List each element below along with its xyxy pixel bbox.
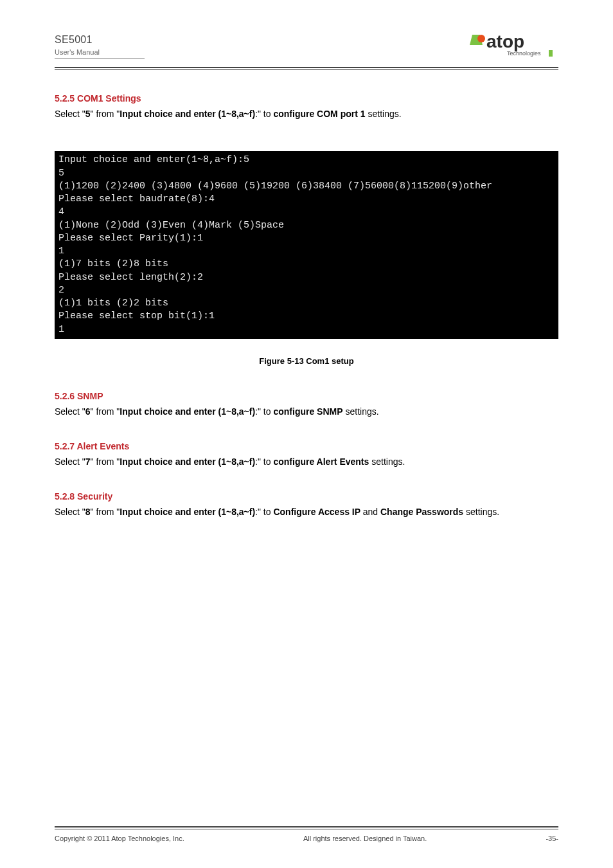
footer-rule <box>55 826 558 829</box>
text-fragment: " from " <box>91 109 120 119</box>
text-fragment: :" to <box>255 507 273 517</box>
text-fragment: Select " <box>55 457 85 467</box>
header-underline <box>55 59 145 59</box>
prompt-text: Input choice and enter (1~8,a~f) <box>120 109 255 119</box>
atop-logo-icon: atop Technologies <box>468 32 558 59</box>
terminal-output: Input choice and enter(1~8,a~f):5 5 (1)1… <box>55 151 558 339</box>
text-fragment: settings. <box>369 457 405 467</box>
option-number: 7 <box>85 457 91 467</box>
text-fragment: " from " <box>91 457 120 467</box>
text-fragment: " from " <box>91 406 120 417</box>
action-text: configure Alert Events <box>273 457 369 467</box>
prompt-text: Input choice and enter (1~8,a~f) <box>120 507 255 517</box>
text-fragment: Select " <box>55 109 85 119</box>
brand-logo: atop Technologies <box>468 32 558 59</box>
page-container: SE5001 User's Manual atop Technologies 5… <box>0 0 613 868</box>
manual-label: User's Manual <box>55 48 145 56</box>
header-left-block: SE5001 User's Manual <box>55 34 145 59</box>
section-com1: 5.2.5 COM1 Settings Select "5" from "Inp… <box>55 89 558 120</box>
prompt-text: Input choice and enter (1~8,a~f) <box>120 457 255 467</box>
action-text: Change Passwords <box>380 507 463 517</box>
text-fragment: and <box>363 507 380 517</box>
term-line: 2 <box>58 285 64 296</box>
svg-point-0 <box>477 35 485 42</box>
term-line: 1 <box>58 324 64 335</box>
option-number: 6 <box>85 406 91 417</box>
term-line: 5 <box>58 168 64 179</box>
section-heading: 5.2.5 COM1 Settings <box>55 93 558 104</box>
action-text: configure SNMP <box>273 406 342 417</box>
option-number: 5 <box>85 109 91 119</box>
section-heading: 5.2.6 SNMP <box>55 391 558 401</box>
text-fragment: :" to <box>255 406 273 417</box>
text-fragment: :" to <box>255 457 273 467</box>
body-text: Select "5" from "Input choice and enter … <box>55 107 558 120</box>
page-number: -35- <box>546 835 558 842</box>
footer-row: Copyright © 2011 Atop Technologies, Inc.… <box>55 835 558 842</box>
term-line: 4 <box>58 206 64 217</box>
term-line: (1)1 bits (2)2 bits <box>58 298 168 309</box>
text-fragment: Select " <box>55 406 85 417</box>
page-header: SE5001 User's Manual atop Technologies <box>55 32 558 59</box>
term-line: Input choice and enter(1~8,a~f):5 <box>58 154 249 165</box>
term-line: Please select length(2):2 <box>58 272 203 283</box>
section-heading: 5.2.7 Alert Events <box>55 441 558 451</box>
text-fragment: :" to <box>255 109 273 119</box>
copyright-text: Copyright © 2011 Atop Technologies, Inc. <box>55 835 184 842</box>
term-line: (1)None (2)Odd (3)Even (4)Mark (5)Space <box>58 220 284 231</box>
section-alert: 5.2.7 Alert Events Select "7" from "Inpu… <box>55 437 558 468</box>
page-footer: Copyright © 2011 Atop Technologies, Inc.… <box>55 826 558 842</box>
body-text: Select "6" from "Input choice and enter … <box>55 405 558 418</box>
term-line: (1)7 bits (2)8 bits <box>58 258 168 269</box>
svg-text:atop: atop <box>486 32 524 51</box>
action-text: configure COM port 1 <box>273 109 365 119</box>
term-line: (1)1200 (2)2400 (3)4800 (4)9600 (5)19200… <box>58 181 492 192</box>
term-line: 1 <box>58 246 64 257</box>
text-fragment: settings. <box>366 109 402 119</box>
option-number: 8 <box>85 507 91 517</box>
text-fragment: " from " <box>91 507 120 517</box>
svg-text:Technologies: Technologies <box>507 50 541 57</box>
section-security: 5.2.8 Security Select "8" from "Input ch… <box>55 487 558 518</box>
term-line: Please select baudrate(8):4 <box>58 194 215 204</box>
body-text: Select "7" from "Input choice and enter … <box>55 455 558 468</box>
body-text: Select "8" from "Input choice and enter … <box>55 505 558 518</box>
term-line: Please select Parity(1):1 <box>58 233 203 244</box>
term-line: Please select stop bit(1):1 <box>58 311 215 321</box>
section-snmp: 5.2.6 SNMP Select "6" from "Input choice… <box>55 387 558 418</box>
section-heading: 5.2.8 Security <box>55 491 558 502</box>
svg-rect-3 <box>549 50 553 57</box>
header-rule <box>55 67 558 70</box>
action-text: Configure Access IP <box>273 507 362 517</box>
prompt-text: Input choice and enter (1~8,a~f) <box>120 406 255 417</box>
rights-text: All rights reserved. Designed in Taiwan. <box>184 835 546 842</box>
product-name: SE5001 <box>55 34 145 46</box>
text-fragment: Select " <box>55 507 85 517</box>
figure-caption: Figure 5-13 Com1 setup <box>55 356 558 368</box>
text-fragment: settings. <box>463 507 499 517</box>
text-fragment: settings. <box>343 406 379 417</box>
